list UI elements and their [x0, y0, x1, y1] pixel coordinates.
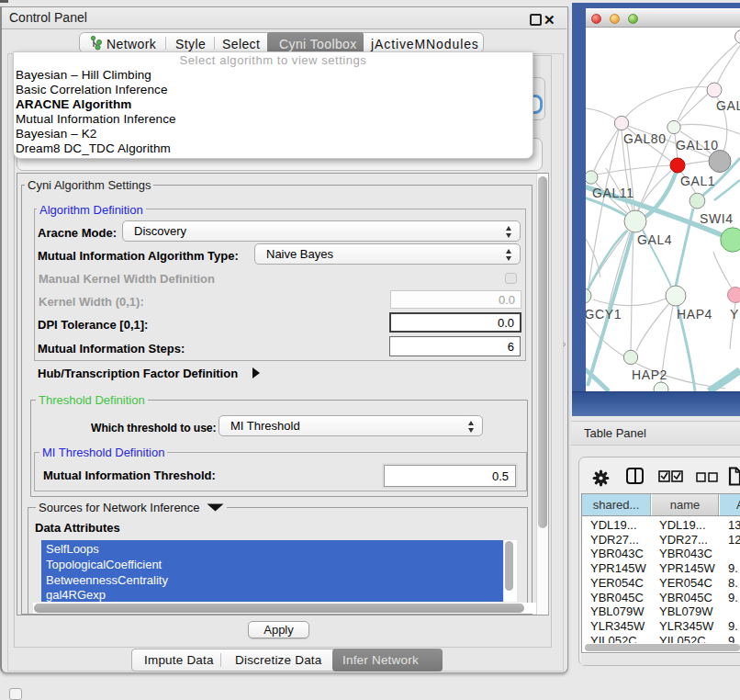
svg-text:GAL11: GAL11: [592, 186, 634, 200]
svg-text:GAL1: GAL1: [680, 174, 715, 188]
svg-text:GAL10: GAL10: [676, 138, 719, 152]
svg-text:GAL80: GAL80: [623, 131, 667, 146]
svg-text:HAP4: HAP4: [677, 307, 712, 322]
svg-text:HAP2: HAP2: [632, 367, 667, 382]
svg-text:GAL4: GAL4: [637, 232, 672, 247]
svg-text:GCY1: GCY1: [586, 307, 622, 322]
svg-text:GAL2: GAL2: [716, 98, 740, 113]
svg-text:SWI4: SWI4: [700, 211, 734, 226]
svg-text:Y: Y: [730, 307, 739, 322]
